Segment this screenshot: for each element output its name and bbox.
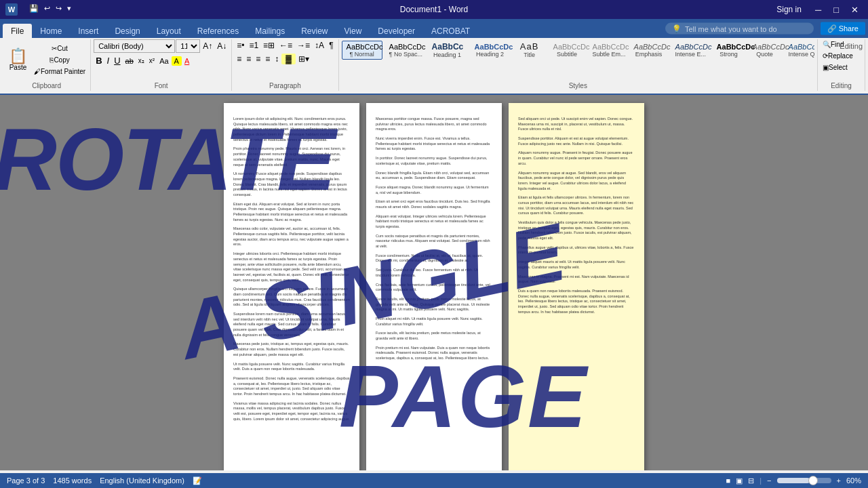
share-button[interactable]: 🔗 Share (821, 22, 865, 35)
style-intense-em[interactable]: AaBbCcDc Intense E... (671, 41, 710, 60)
zoom-separator: | (760, 476, 762, 485)
font-format-row: B I U ab x₂ x² Aa A A (94, 54, 229, 67)
align-left-button[interactable]: ≡ (235, 53, 243, 65)
zoom-in-button[interactable]: + (837, 476, 841, 485)
paste-button[interactable]: 📋 Paste (5, 47, 31, 73)
styles-label: Styles (342, 81, 814, 91)
font-family-select[interactable]: Calibri (Body) (94, 39, 175, 53)
clipboard-label: Clipboard (5, 81, 87, 91)
tab-mailings[interactable]: Mailings (247, 24, 293, 38)
tab-developer[interactable]: Developer (370, 24, 423, 38)
lightbulb-icon: 💡 (672, 24, 682, 33)
view-web-button[interactable]: ⊟ (748, 476, 754, 485)
bullets-button[interactable]: ≡• (235, 39, 246, 52)
tab-file[interactable]: File (3, 24, 32, 38)
tab-design[interactable]: Design (106, 24, 148, 38)
numbering-button[interactable]: ≡1 (247, 39, 260, 52)
copy-button[interactable]: ⎘ Copy (32, 55, 87, 65)
page-2-content[interactable]: Maecenas porttitor congue massa. Fusce p… (366, 103, 502, 379)
shading-button[interactable]: ▓ (281, 54, 296, 64)
font-controls: Calibri (Body) 11 A↑ A↓ B I U ab x₂ x² A… (94, 39, 229, 67)
sort-button[interactable]: ↕A (313, 39, 326, 52)
ribbon-tabs-row: File Home Insert Design Layout Reference… (0, 19, 868, 38)
align-right-button[interactable]: ≡ (254, 53, 262, 65)
style-strong[interactable]: AaBbCcDc Strong (712, 41, 746, 60)
redo-button[interactable]: ↪ (54, 3, 64, 14)
style-heading2[interactable]: AaBbCcDc Heading 2 (470, 41, 511, 60)
select-button[interactable]: ▣ Select (821, 62, 862, 73)
style-emphasis[interactable]: AaBbCcDc Emphasis (629, 41, 669, 60)
zoom-out-button[interactable]: − (767, 476, 771, 485)
word-count: 1485 words (53, 476, 92, 485)
page-1-content[interactable]: Lorem ipsum dolor sit adipiscing elit. N… (224, 103, 359, 439)
style-title[interactable]: AaB Title (513, 39, 547, 60)
save-button[interactable]: 💾 (27, 3, 41, 14)
line-spacing-button[interactable]: ↕ (273, 53, 281, 65)
font-size-select[interactable]: 11 (176, 39, 200, 53)
replace-button[interactable]: ⟳ Replace (821, 51, 862, 61)
style-normal[interactable]: AaBbCcDc ¶ Normal (342, 41, 382, 60)
style-subtle-em[interactable]: AaBbCcDc Subtle Em... (588, 41, 627, 60)
cut-button[interactable]: ✂ Cut (32, 43, 87, 54)
editing-group-label: Editing (821, 81, 862, 91)
increase-font-button[interactable]: A↑ (201, 40, 214, 52)
editing-mode-label: Editing (840, 42, 863, 50)
status-right: ■ ▣ ⊟ | − + 60% (726, 476, 861, 485)
subscript-button[interactable]: x₂ (136, 56, 146, 66)
language: English (United Kingdom) (100, 476, 184, 485)
page-3-content[interactable]: Sed aliquam orci ut pede. Ut suscipit en… (509, 103, 644, 332)
style-no-spacing[interactable]: AaBbCcDc ¶ No Spac... (384, 41, 425, 60)
strikethrough-button[interactable]: ab (123, 56, 136, 66)
highlight-button[interactable]: A (172, 56, 182, 66)
tell-me-input[interactable] (685, 24, 807, 33)
borders-button[interactable]: ⊞▾ (296, 53, 311, 65)
paste-label: Paste (9, 64, 27, 71)
style-subtitle[interactable]: AaBbCcDc Subtitle (549, 41, 586, 60)
multilevel-button[interactable]: ≡⊞ (261, 39, 277, 52)
style-intense-quote[interactable]: AaBbCcDc Intense Q... (784, 41, 814, 60)
bold-button[interactable]: B (94, 54, 104, 67)
align-center-button[interactable]: ≡ (244, 53, 253, 65)
paste-icon: 📋 (9, 49, 27, 64)
clipboard-controls: 📋 Paste ✂ Cut ⎘ Copy 🖌 Format Painter (5, 39, 87, 81)
clipboard-small-btns: ✂ Cut ⎘ Copy 🖌 Format Painter (32, 43, 87, 77)
page-count: Page 3 of 3 (7, 476, 45, 485)
pages-container: Lorem ipsum dolor sit adipiscing elit. N… (224, 103, 644, 462)
tab-home[interactable]: Home (32, 24, 70, 38)
close-button[interactable]: ✕ (847, 3, 863, 16)
style-heading1[interactable]: AaBbCc Heading 1 (427, 40, 468, 60)
tab-review[interactable]: Review (293, 24, 336, 38)
style-quote[interactable]: AaBbCcDc Quote (748, 41, 782, 60)
paragraph-controls: ≡• ≡1 ≡⊞ ←≡ →≡ ↕A ¶ ≡ ≡ ≡ ≡ ↕ ▓ ⊞▾ (235, 39, 335, 65)
superscript-button[interactable]: x² (147, 56, 157, 66)
increase-indent-button[interactable]: →≡ (295, 39, 312, 52)
para-row1: ≡• ≡1 ≡⊞ ←≡ →≡ ↕A ¶ (235, 39, 335, 52)
customize-qat-button[interactable]: ▾ (65, 3, 73, 14)
title-bar-right: Sign in ─ □ ✕ (771, 3, 863, 16)
minimize-button[interactable]: ─ (811, 3, 825, 16)
font-label: Font (94, 81, 229, 91)
tell-me-bar: 💡 (665, 23, 814, 35)
italic-button[interactable]: I (105, 54, 112, 67)
change-case-button[interactable]: Aa (157, 56, 170, 66)
undo-button[interactable]: ↩ (42, 3, 52, 14)
tab-insert[interactable]: Insert (70, 24, 106, 38)
show-marks-button[interactable]: ¶ (327, 39, 335, 52)
sign-in-button[interactable]: Sign in (771, 3, 807, 16)
view-reading-button[interactable]: ▣ (736, 476, 743, 485)
maximize-button[interactable]: □ (829, 3, 843, 16)
underline-button[interactable]: U (112, 54, 122, 67)
decrease-indent-button[interactable]: ←≡ (277, 39, 294, 52)
status-left: Page 3 of 3 1485 words English (United K… (7, 476, 202, 485)
tab-references[interactable]: References (189, 24, 247, 38)
tab-view[interactable]: View (336, 24, 370, 38)
font-color-button[interactable]: A (182, 56, 191, 66)
decrease-font-button[interactable]: A↓ (215, 40, 229, 52)
zoom-slider[interactable] (777, 478, 831, 483)
track-changes-icon: 📝 (193, 476, 202, 485)
tab-layout[interactable]: Layout (149, 24, 189, 38)
justify-button[interactable]: ≡ (263, 53, 272, 65)
format-painter-button[interactable]: 🖌 Format Painter (32, 66, 87, 77)
tab-acrobat[interactable]: ACROBAT (423, 24, 478, 38)
view-normal-button[interactable]: ■ (726, 476, 731, 485)
